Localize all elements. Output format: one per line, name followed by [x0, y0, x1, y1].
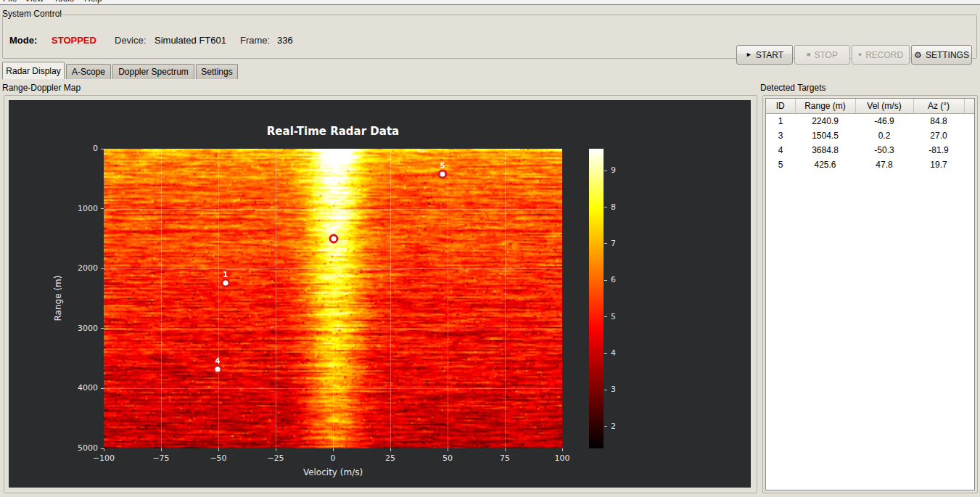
- colorbar-tick: [604, 316, 607, 317]
- colorbar-tick: [604, 353, 607, 354]
- target-cell: -50.3: [855, 143, 913, 157]
- column-header-filler: [964, 99, 975, 114]
- detected-targets-group-label: Detected Targets: [760, 83, 826, 93]
- mode-value: STOPPED: [52, 35, 96, 46]
- x-tick-label: −25: [258, 453, 294, 463]
- x-tick-label: 75: [487, 453, 523, 463]
- target-row[interactable]: 31504.50.227.0: [766, 128, 975, 143]
- y-tick-label: 4000: [60, 383, 98, 393]
- settings-button-label: SETTINGS: [926, 50, 969, 60]
- tab-radar-display[interactable]: Radar Display: [2, 62, 65, 79]
- play-icon: ►: [746, 52, 752, 58]
- record-button[interactable]: ●RECORD: [852, 45, 910, 65]
- x-tick: [333, 448, 334, 451]
- target-cell: 1: [766, 114, 795, 129]
- x-tick: [505, 448, 506, 451]
- tab-bar: Radar DisplayA-ScopeDoppler SpectrumSett…: [2, 62, 238, 79]
- column-header-vel-m-s[interactable]: Vel (m/s): [855, 99, 913, 114]
- device-value: Simulated FT601: [155, 35, 226, 46]
- settings-button[interactable]: ⚙SETTINGS: [911, 45, 972, 65]
- start-button-label: START: [756, 50, 783, 60]
- y-tick: [101, 208, 104, 209]
- target-row[interactable]: 12240.9-46.984.8: [766, 114, 975, 129]
- x-tick: [562, 448, 563, 451]
- tab-a-scope[interactable]: A-Scope: [66, 64, 111, 79]
- target-cell: 2240.9: [795, 114, 855, 129]
- y-tick-label: 5000: [60, 443, 98, 453]
- colorbar-tick: [604, 426, 607, 427]
- y-tick-label: 3000: [60, 324, 98, 333]
- range-doppler-plot-panel: Real-Time Radar Data Velocity (m/s) Rang…: [9, 100, 751, 488]
- y-tick: [101, 448, 104, 449]
- target-marker-label-1: 1: [223, 271, 228, 279]
- menu-file[interactable]: File: [3, 0, 17, 4]
- x-tick-label: 0: [315, 453, 351, 463]
- x-tick-label: −50: [200, 453, 236, 463]
- colorbar-tick: [604, 243, 607, 244]
- stop-button-label: STOP: [814, 50, 837, 60]
- x-tick-label: 25: [372, 453, 408, 463]
- column-header-az[interactable]: Az (°): [913, 99, 964, 114]
- colorbar-tick-label: 2: [611, 422, 616, 431]
- target-cell: 4: [766, 143, 795, 157]
- target-cell: 0.2: [855, 128, 913, 143]
- x-axis-label: Velocity (m/s): [104, 467, 562, 477]
- radar-app-window: { "window": { "menu_items": ["File", "Vi…: [0, 0, 980, 497]
- menu-tools[interactable]: Tools: [54, 0, 74, 4]
- target-cell-filler: [964, 143, 975, 157]
- y-tick: [101, 388, 104, 389]
- x-tick: [218, 448, 219, 451]
- target-cell: -81.9: [913, 143, 964, 157]
- target-row[interactable]: 5425.647.819.7: [766, 157, 975, 172]
- menu-view[interactable]: View: [25, 0, 44, 4]
- y-tick-label: 1000: [60, 204, 98, 213]
- target-row[interactable]: 43684.8-50.3-81.9: [766, 143, 975, 157]
- x-tick: [276, 448, 276, 451]
- colorbar-tick: [604, 171, 607, 171]
- stop-button[interactable]: ■STOP: [794, 45, 850, 65]
- system-control-groupbox: Mode: STOPPED Device: Simulated FT601 Fr…: [2, 15, 977, 59]
- target-cell-filler: [964, 114, 975, 129]
- y-tick-label: 0: [60, 144, 98, 153]
- colorbar: [589, 149, 604, 448]
- target-marker-3: [329, 234, 338, 244]
- target-marker-5: [438, 170, 448, 179]
- x-tick-label: −100: [86, 453, 122, 463]
- target-cell: 425.6: [795, 157, 855, 172]
- tab-settings[interactable]: Settings: [196, 64, 238, 79]
- menu-help[interactable]: Help: [84, 0, 102, 4]
- gear-icon: ⚙: [914, 51, 922, 59]
- x-tick-label: 50: [429, 453, 466, 463]
- frame-label: Frame:: [240, 35, 270, 46]
- target-cell: 19.7: [913, 157, 964, 172]
- colorbar-tick-label: 7: [611, 239, 616, 248]
- stop-icon: ■: [807, 52, 810, 58]
- target-marker-label-3: 3: [331, 226, 336, 234]
- detected-targets-table: IDRange (m)Vel (m/s)Az (°) 12240.9-46.98…: [766, 99, 975, 172]
- column-header-id[interactable]: ID: [766, 99, 795, 114]
- record-button-label: RECORD: [865, 50, 903, 60]
- x-tick: [161, 448, 162, 451]
- y-tick: [101, 268, 104, 269]
- frame-value: 336: [277, 35, 293, 46]
- y-tick-label: 2000: [60, 263, 98, 273]
- menu-bar: FileViewToolsHelp: [0, 0, 980, 5]
- colorbar-tick-label: 3: [611, 385, 616, 394]
- column-header-range-m[interactable]: Range (m): [795, 99, 855, 114]
- target-marker-1: [221, 279, 230, 288]
- target-marker-label-4: 4: [215, 357, 221, 365]
- tab-doppler-spectrum[interactable]: Doppler Spectrum: [112, 64, 194, 79]
- colorbar-tick: [604, 207, 607, 208]
- y-tick: [101, 149, 104, 149]
- record-icon: ●: [858, 52, 862, 58]
- colorbar-tick-label: 4: [611, 348, 616, 358]
- start-button[interactable]: ►START: [736, 45, 793, 65]
- range-doppler-group-label: Range-Doppler Map: [2, 83, 81, 93]
- chart-title: Real-Time Radar Data: [104, 125, 562, 138]
- target-cell: 3: [766, 128, 795, 143]
- target-cell: -46.9: [855, 114, 913, 129]
- x-tick: [448, 448, 448, 451]
- target-cell: 47.8: [855, 157, 913, 172]
- target-marker-label-5: 5: [440, 162, 445, 170]
- colorbar-tick: [604, 280, 607, 281]
